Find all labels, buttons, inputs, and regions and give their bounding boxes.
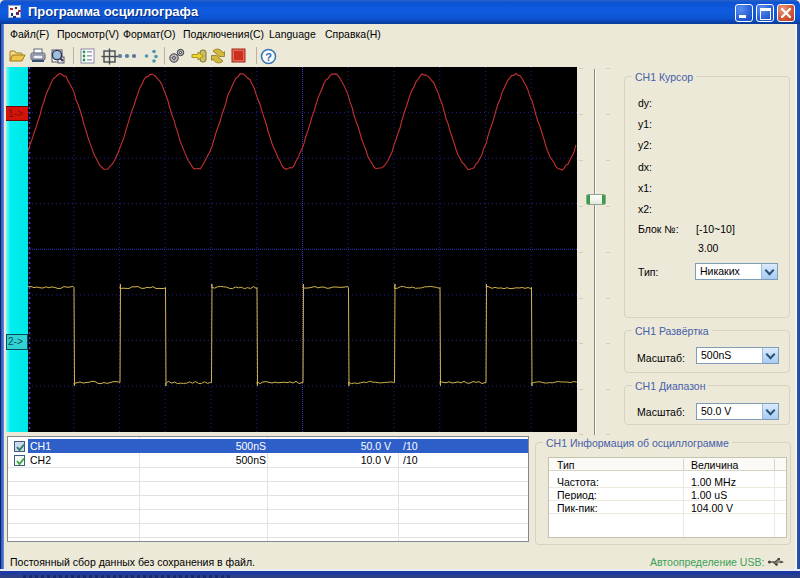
svg-text:?: ?: [265, 51, 272, 63]
